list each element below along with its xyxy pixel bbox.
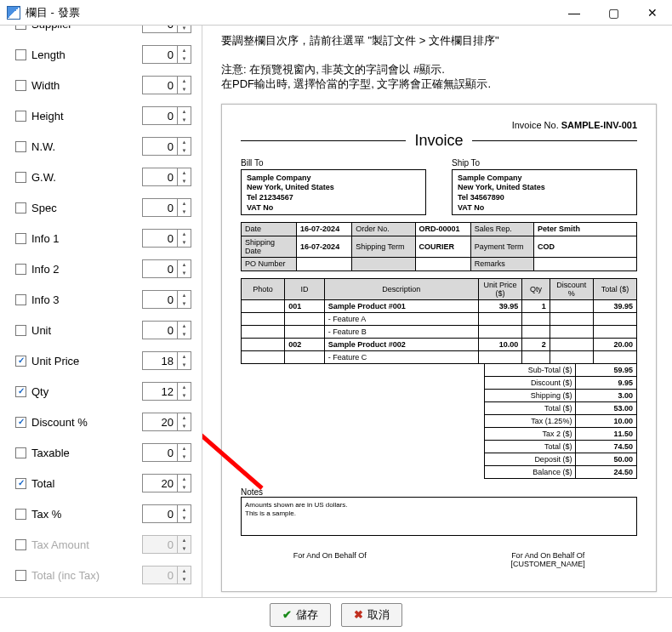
save-button[interactable]: ✔儲存 xyxy=(270,603,331,627)
checkbox-height[interactable] xyxy=(15,111,26,122)
chevron-up-icon[interactable]: ▲ xyxy=(178,352,191,361)
item-row: 002Sample Product #00210.00220.00 xyxy=(242,338,637,350)
chevron-up-icon[interactable]: ▲ xyxy=(178,260,191,269)
checkbox-spec[interactable] xyxy=(15,202,26,214)
x-icon: ✖ xyxy=(354,608,363,621)
checkbox-info3[interactable] xyxy=(15,294,26,305)
chevron-up-icon[interactable]: ▲ xyxy=(178,138,191,146)
input-taxable[interactable] xyxy=(142,443,178,462)
chevron-down-icon[interactable]: ▼ xyxy=(178,54,191,63)
checkbox-info2[interactable] xyxy=(15,264,26,275)
chevron-down-icon[interactable]: ▼ xyxy=(178,26,191,32)
input-unitprice[interactable] xyxy=(142,351,178,370)
chevron-down-icon[interactable]: ▼ xyxy=(178,85,191,94)
checkbox-taxable[interactable] xyxy=(15,447,26,458)
chevron-up-icon[interactable]: ▲ xyxy=(178,230,191,238)
spinner-qty[interactable]: ▲▼ xyxy=(178,382,191,401)
chevron-up-icon[interactable]: ▲ xyxy=(178,444,191,453)
input-nw[interactable] xyxy=(142,137,178,156)
chevron-down-icon[interactable]: ▼ xyxy=(178,177,191,185)
chevron-up-icon[interactable]: ▲ xyxy=(178,46,191,54)
chevron-down-icon[interactable]: ▼ xyxy=(178,238,191,247)
spinner-info2[interactable]: ▲▼ xyxy=(178,259,191,278)
maximize-button[interactable]: ▢ xyxy=(594,0,633,26)
input-qty[interactable] xyxy=(142,382,178,401)
chevron-up-icon[interactable]: ▲ xyxy=(178,291,191,299)
checkbox-unit[interactable] xyxy=(15,325,26,336)
field-row-info1: Info 1▲▼ xyxy=(15,225,191,251)
cancel-button[interactable]: ✖取消 xyxy=(341,603,402,627)
input-taxpct[interactable] xyxy=(142,504,178,523)
checkbox-nw[interactable] xyxy=(15,141,26,152)
chevron-down-icon[interactable]: ▼ xyxy=(178,330,191,339)
spinner-gw[interactable]: ▲▼ xyxy=(178,168,191,186)
input-spec[interactable] xyxy=(142,198,178,217)
checkbox-qty[interactable] xyxy=(15,386,26,397)
chevron-down-icon[interactable]: ▼ xyxy=(178,453,191,461)
checkbox-total[interactable] xyxy=(15,478,26,489)
spinner-unit[interactable]: ▲▼ xyxy=(178,321,191,339)
spinner-spec[interactable]: ▲▼ xyxy=(178,198,191,217)
chevron-up-icon[interactable]: ▲ xyxy=(178,168,191,177)
chevron-down-icon[interactable]: ▼ xyxy=(178,483,191,492)
total-row: Total ($)74.50 xyxy=(485,441,637,453)
checkbox-taxpct[interactable] xyxy=(15,509,26,520)
input-supplier[interactable] xyxy=(142,26,178,33)
field-row-height: Height▲▼ xyxy=(15,103,191,128)
chevron-down-icon[interactable]: ▼ xyxy=(178,514,191,522)
checkbox-width[interactable] xyxy=(15,80,26,91)
label-length: Length xyxy=(31,48,142,61)
chevron-up-icon[interactable]: ▲ xyxy=(178,475,191,483)
chevron-down-icon[interactable]: ▼ xyxy=(178,422,191,430)
spinner-unitprice[interactable]: ▲▼ xyxy=(178,351,191,370)
checkbox-gw[interactable] xyxy=(15,172,26,183)
instruction-text: 要調整欄目次序，請前往選單 "製訂文件 > 文件欄目排序" 注意: 在預覽視窗內… xyxy=(221,34,657,92)
spinner-length[interactable]: ▲▼ xyxy=(178,45,191,64)
checkbox-info1[interactable] xyxy=(15,233,26,244)
close-button[interactable]: ✕ xyxy=(633,0,672,26)
minimize-button[interactable]: — xyxy=(555,0,594,26)
chevron-up-icon[interactable]: ▲ xyxy=(178,77,191,85)
input-discountpct[interactable] xyxy=(142,413,178,431)
input-width[interactable] xyxy=(142,76,178,94)
spinner-taxable[interactable]: ▲▼ xyxy=(178,443,191,462)
chevron-down-icon[interactable]: ▼ xyxy=(178,146,191,155)
spinner-width[interactable]: ▲▼ xyxy=(178,76,191,94)
chevron-down-icon[interactable]: ▼ xyxy=(178,299,191,308)
spinner-info3[interactable]: ▲▼ xyxy=(178,290,191,309)
spinner-supplier[interactable]: ▲▼ xyxy=(178,26,191,33)
checkbox-supplier[interactable] xyxy=(15,26,26,30)
spinner-height[interactable]: ▲▼ xyxy=(178,106,191,125)
input-info1[interactable] xyxy=(142,229,178,248)
checkbox-unitprice[interactable] xyxy=(15,356,26,367)
spinner-taxpct[interactable]: ▲▼ xyxy=(178,504,191,523)
chevron-up-icon[interactable]: ▲ xyxy=(178,199,191,208)
chevron-down-icon[interactable]: ▼ xyxy=(178,208,191,216)
input-info2[interactable] xyxy=(142,259,178,278)
chevron-up-icon[interactable]: ▲ xyxy=(178,413,191,422)
chevron-down-icon[interactable]: ▼ xyxy=(178,361,191,369)
checkbox-length[interactable] xyxy=(15,49,26,60)
input-unit[interactable] xyxy=(142,321,178,339)
input-gw[interactable] xyxy=(142,168,178,186)
chevron-down-icon[interactable]: ▼ xyxy=(178,269,191,277)
total-row: Sub-Total ($)59.95 xyxy=(485,364,637,377)
field-row-width: Width▲▼ xyxy=(15,72,191,98)
input-total[interactable] xyxy=(142,474,178,493)
chevron-up-icon[interactable]: ▲ xyxy=(178,322,191,330)
spinner-total[interactable]: ▲▼ xyxy=(178,474,191,493)
chevron-up-icon[interactable]: ▲ xyxy=(178,107,191,116)
chevron-up-icon[interactable]: ▲ xyxy=(178,505,191,514)
input-length[interactable] xyxy=(142,45,178,64)
checkbox-discountpct[interactable] xyxy=(15,417,26,428)
chevron-down-icon[interactable]: ▼ xyxy=(178,116,191,124)
spinner-discountpct[interactable]: ▲▼ xyxy=(178,413,191,431)
chevron-down-icon[interactable]: ▼ xyxy=(178,391,191,400)
chevron-up-icon[interactable]: ▲ xyxy=(178,383,191,391)
input-height[interactable] xyxy=(142,106,178,125)
invoice-preview: Invoice No. SAMPLE-INV-001 Invoice Bill … xyxy=(221,104,657,592)
spinner-info1[interactable]: ▲▼ xyxy=(178,229,191,248)
spinner-nw[interactable]: ▲▼ xyxy=(178,137,191,156)
input-info3[interactable] xyxy=(142,290,178,309)
label-info1: Info 1 xyxy=(31,232,142,245)
